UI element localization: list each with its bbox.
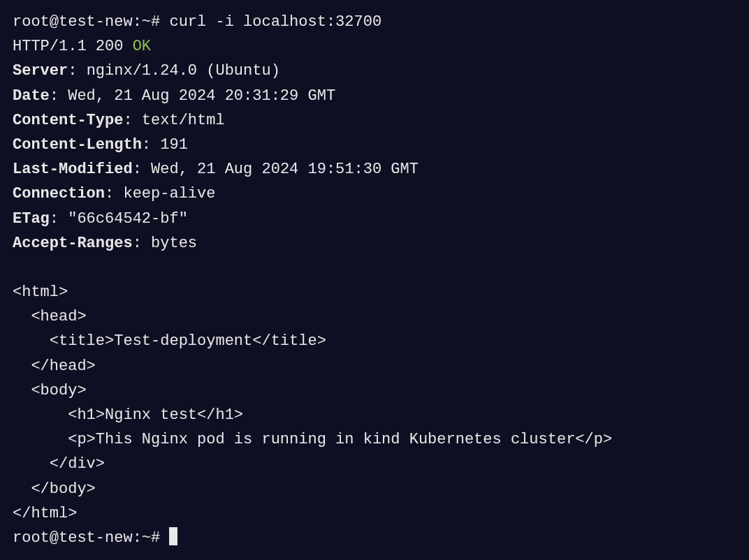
header-etag: ETag: "66c64542-bf" <box>13 207 736 231</box>
body-line: </div> <box>13 452 736 476</box>
prompt-symbol: # <box>151 13 160 31</box>
prompt-line[interactable]: root@test-new:~# <box>13 526 736 550</box>
header-name: Connection <box>13 185 105 202</box>
http-code: 200 <box>96 38 124 55</box>
body-line: <body> <box>13 378 736 403</box>
body-line: <p>This Nginx pod is running in kind Kub… <box>13 427 736 452</box>
terminal-output[interactable]: root@test-new:~# curl -i localhost:32700… <box>13 10 736 550</box>
header-value: bytes <box>151 235 197 252</box>
body-line: <title>Test-deployment</title> <box>13 329 736 353</box>
prompt-path: ~ <box>142 13 151 31</box>
header-value: "66c64542-bf" <box>68 210 188 228</box>
header-content-type: Content-Type: text/html <box>13 108 736 133</box>
header-value: text/html <box>142 112 225 129</box>
header-value: keep-alive <box>123 185 215 202</box>
header-date: Date: Wed, 21 Aug 2024 20:31:29 GMT <box>13 84 736 108</box>
http-protocol: HTTP/1.1 <box>13 38 87 55</box>
header-accept-ranges: Accept-Ranges: bytes <box>13 231 736 256</box>
header-name: Content-Type <box>13 112 123 129</box>
prompt-symbol: # <box>151 529 160 547</box>
prompt-user: root@test-new <box>13 529 133 547</box>
body-line: </html> <box>13 501 736 526</box>
prompt-user: root@test-new <box>13 13 133 31</box>
header-content-length: Content-Length: 191 <box>13 133 736 157</box>
header-last-modified: Last-Modified: Wed, 21 Aug 2024 19:51:30… <box>13 157 736 182</box>
body-line: <head> <box>13 304 736 329</box>
header-name: Accept-Ranges <box>13 235 133 252</box>
body-line: <html> <box>13 280 736 304</box>
blank-line <box>13 256 736 280</box>
header-server: Server: nginx/1.24.0 (Ubuntu) <box>13 59 736 83</box>
header-name: Content-Length <box>13 136 142 154</box>
header-value: nginx/1.24.0 (Ubuntu) <box>87 62 280 80</box>
body-line: <h1>Nginx test</h1> <box>13 403 736 427</box>
body-line: </head> <box>13 354 736 378</box>
header-value: 191 <box>160 136 188 154</box>
command-text: curl -i localhost:32700 <box>169 13 381 31</box>
http-status-text: OK <box>133 38 151 55</box>
command-line: root@test-new:~# curl -i localhost:32700 <box>13 10 736 34</box>
header-name: ETag <box>13 210 50 228</box>
header-connection: Connection: keep-alive <box>13 182 736 206</box>
cursor-icon <box>169 527 177 545</box>
prompt-path: ~ <box>142 529 151 547</box>
header-value: Wed, 21 Aug 2024 19:51:30 GMT <box>151 161 419 178</box>
header-name: Date <box>13 87 50 105</box>
header-value: Wed, 21 Aug 2024 20:31:29 GMT <box>68 87 335 105</box>
header-name: Server <box>13 62 68 80</box>
body-line: </body> <box>13 477 736 501</box>
http-status-line: HTTP/1.1 200 OK <box>13 34 736 59</box>
header-name: Last-Modified <box>13 161 133 178</box>
